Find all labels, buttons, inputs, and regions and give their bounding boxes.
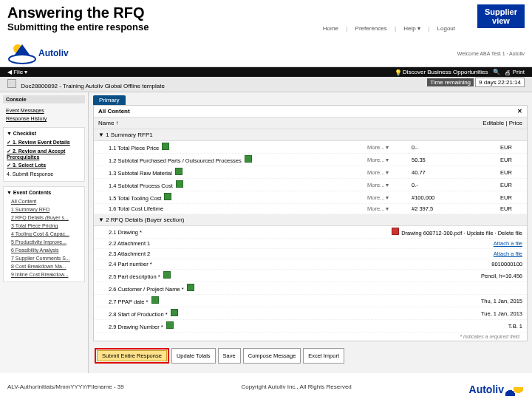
excel-icon[interactable] <box>151 296 159 304</box>
excel-icon[interactable] <box>166 321 174 329</box>
tab-bar: Primary <box>89 92 532 105</box>
content-link[interactable]: 4 Tooling Cost & Capac... <box>7 230 81 238</box>
excel-icon[interactable] <box>171 309 178 316</box>
nav-help[interactable]: Help ▾ <box>403 25 420 32</box>
table-row: 2.2 Attachment 1 Attach a file <box>94 239 527 249</box>
row-label: 1.1 Total Piece Price <box>109 143 367 151</box>
checklist-item[interactable]: 4. Submit Response <box>7 170 81 178</box>
row-value: 0.- <box>412 144 500 151</box>
content-link[interactable]: 2 RFQ Details (Buyer s... <box>7 214 81 222</box>
checklist-item[interactable]: ✓ 3. Select Lots <box>7 161 81 170</box>
content-link[interactable]: All Content <box>7 197 81 205</box>
brand-logo-icon <box>7 41 37 65</box>
menu-bar: ◀ File ▾ 💡Discover Business Opportunitie… <box>0 67 532 77</box>
excel-icon[interactable] <box>164 193 171 200</box>
row-more-link[interactable]: More... ▾ <box>367 144 412 151</box>
sidebar-console[interactable]: Console <box>3 95 85 103</box>
nav-home[interactable]: Home <box>323 25 338 32</box>
sidebar: Console Event Messages Response History … <box>0 92 89 373</box>
contents-title[interactable]: ▼ Event Contents <box>7 190 81 195</box>
checklist-item[interactable]: ✓ 1. Review Event Details <box>7 138 81 147</box>
sidebar-resp-history[interactable]: Response History <box>3 115 85 123</box>
col-name[interactable]: Name ↑ <box>98 120 119 126</box>
row-label: 2.1 Drawing * <box>109 229 360 236</box>
row-label: 1.5 Total Tooling Cost <box>109 193 367 202</box>
attach-file-link[interactable]: Attach a file <box>494 250 522 257</box>
table-row: 2.9 Drawing Number * T.B. 1 <box>94 320 527 332</box>
content-link[interactable]: 9 Inline Cost Breakdow... <box>7 270 81 279</box>
row-value: 40.77 <box>412 169 500 176</box>
row-more-link[interactable]: More... ▾ <box>367 194 412 201</box>
row-value[interactable]: Tue, 1 Jan, 2013 <box>481 310 522 317</box>
row-value[interactable]: T.B. 1 <box>508 323 522 330</box>
excel-icon[interactable] <box>176 180 183 188</box>
row-label: 1.4 Subtotal Process Cost <box>109 180 367 189</box>
row-value[interactable]: Thu, 1 Jan, 2015 <box>481 298 522 304</box>
excel-import-button[interactable]: Excel Import <box>303 348 344 364</box>
row-more-link[interactable]: More... ▾ <box>367 169 412 176</box>
submit-entire-response-button[interactable]: Submit Entire Response <box>97 350 167 361</box>
row-label: 2.5 Part description * <box>109 271 360 280</box>
supplier-view-badge: Supplierview <box>477 4 525 28</box>
page-title: Answering the RFQ <box>7 4 525 21</box>
nav-prefs[interactable]: Preferences <box>355 25 387 32</box>
panel-close-icon[interactable]: ✕ <box>517 108 522 115</box>
table-row: 1.5 Total Tooling Cost More... ▾ #100,00… <box>94 191 527 204</box>
row-unit: EUR <box>500 194 522 201</box>
welcome-text: Welcome ABA Test 1 · Autoliv <box>457 51 525 56</box>
row-more-link[interactable]: More... ▾ <box>367 182 412 188</box>
row-label: 1.2 Subtotal Purchased Parts / Outsource… <box>109 155 367 164</box>
excel-icon[interactable] <box>162 143 169 150</box>
submit-highlight: Submit Entire Response <box>95 348 169 364</box>
sidebar-event-msgs[interactable]: Event Messages <box>3 106 85 115</box>
content-link[interactable]: 5 Productivity Improve... <box>7 238 81 246</box>
tab-primary[interactable]: Primary <box>93 95 126 105</box>
row-value[interactable]: 8010000100 <box>491 261 522 267</box>
section-1-header[interactable]: ▼ 1 Summary RFP1 <box>94 129 527 141</box>
print-button[interactable]: 🖨Print <box>505 69 525 75</box>
row-more-link[interactable]: More... ▾ <box>367 205 412 212</box>
discover-link[interactable]: 💡Discover Business Opportunities <box>395 69 488 75</box>
row-label: 2.2 Attachment 1 <box>109 240 360 247</box>
nav-logout[interactable]: Logout <box>437 25 455 32</box>
time-remaining-label: Time remaining <box>427 78 474 86</box>
row-more-link[interactable]: More... ▾ <box>367 157 412 163</box>
app-header: Autoliv Welcome ABA Test 1 · Autoliv <box>0 40 532 67</box>
attachment[interactable]: Drawing 608712-300.pdf <box>392 230 462 236</box>
row-value: 0.- <box>412 182 500 188</box>
excel-icon[interactable] <box>245 155 252 163</box>
row-unit: EUR <box>500 182 522 188</box>
content-link[interactable]: 8 Cost Breakdown Ma... <box>7 262 81 270</box>
content-link[interactable]: 6 Feasibility Analysis <box>7 246 81 254</box>
footer-left: ALV-AuthorInitials/MmmYYYY/Filename - 39 <box>7 383 124 396</box>
content-link[interactable]: 3 Total Piece Pricing <box>7 222 81 230</box>
search-button[interactable]: 🔍 <box>493 69 500 75</box>
svg-point-0 <box>9 55 35 64</box>
content-link[interactable]: 1 Summary RFD <box>7 205 81 214</box>
excel-icon[interactable] <box>175 168 183 175</box>
row-unit: EUR <box>500 157 522 163</box>
footer-center: Copyright Autoliv Inc., All Rights Reser… <box>241 383 351 396</box>
slide-footer: ALV-AuthorInitials/MmmYYYY/Filename - 39… <box>0 383 532 396</box>
excel-icon[interactable] <box>187 284 194 291</box>
checklist-title[interactable]: ▼ Checklist <box>7 131 81 136</box>
swoosh-icon <box>504 387 525 396</box>
save-button[interactable]: Save <box>218 348 241 364</box>
attach-file-link[interactable]: Attach a file <box>494 240 522 247</box>
file-actions[interactable]: · Update file · Delete file <box>462 230 522 236</box>
content-link[interactable]: 7 Supplier Comments S... <box>7 254 81 262</box>
excel-icon[interactable] <box>163 271 171 279</box>
row-value[interactable]: Pencil, h=10.456 <box>481 273 522 279</box>
row-value: 50.35 <box>412 157 500 163</box>
checklist-item[interactable]: ✓ 2. Review and Accept Prerequisites <box>7 147 81 161</box>
table-row: 2.5 Part description * Pencil, h=10.456 <box>94 270 527 282</box>
doc-icon <box>7 79 16 88</box>
row-unit: EUR <box>500 205 522 212</box>
section-2-header[interactable]: ▼ 2 RFQ Details (Buyer section) <box>94 214 527 226</box>
file-menu[interactable]: ◀ File ▾ <box>7 69 27 75</box>
row-value: #2 397.5 <box>412 205 500 212</box>
col-editable[interactable]: Editable | Price <box>482 120 522 126</box>
compose-message-button[interactable]: Compose Message <box>243 348 301 364</box>
content-area: Primary All Content ✕ Name ↑ Editable | … <box>89 92 532 373</box>
update-totals-button[interactable]: Update Totals <box>171 348 216 364</box>
